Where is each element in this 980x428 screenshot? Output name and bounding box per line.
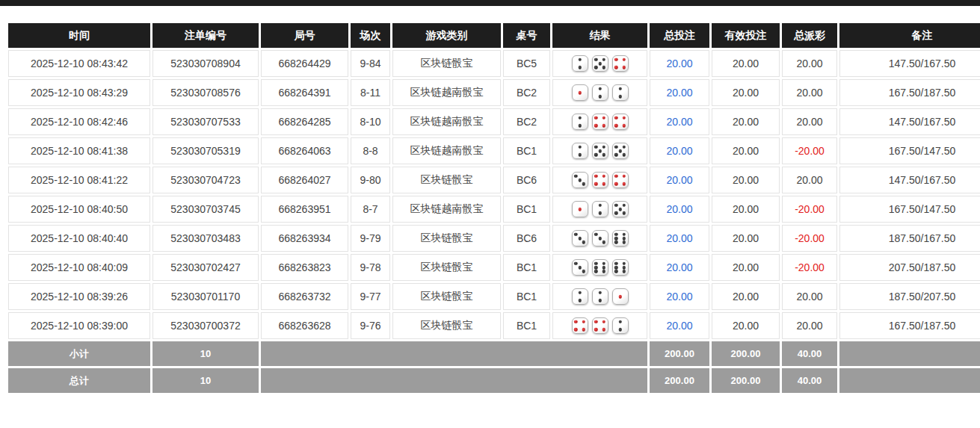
cell-total-bet-link[interactable]: 20.00 <box>650 283 709 310</box>
cell-payout: 20.00 <box>782 312 837 339</box>
cell-remark: 147.50/167.50 <box>839 167 980 193</box>
cell-result <box>552 196 647 223</box>
cell-table-no: BC1 <box>503 283 550 310</box>
cell-bet-id: 523030701170 <box>152 283 259 310</box>
summary-spacer <box>261 368 647 393</box>
cell-bet-id: 523030705319 <box>152 137 259 164</box>
cell-session: 8-7 <box>351 196 390 223</box>
die-icon-3 <box>572 259 588 276</box>
cell-valid-bet: 20.00 <box>712 50 780 77</box>
summary-payout: 40.00 <box>782 341 837 366</box>
cell-time: 2025-12-10 08:40:50 <box>8 196 150 223</box>
cell-total-bet-link[interactable]: 20.00 <box>650 225 709 252</box>
cell-time: 2025-12-10 08:41:38 <box>8 137 150 164</box>
die-icon-2 <box>612 84 629 101</box>
cell-result <box>552 312 647 339</box>
cell-total-bet-link[interactable]: 20.00 <box>650 167 709 193</box>
cell-session: 9-84 <box>351 50 390 77</box>
cell-total-bet-link[interactable]: 20.00 <box>650 312 709 339</box>
summary-row: 总计 10 200.00 200.00 40.00 <box>8 368 980 393</box>
cell-total-bet-link[interactable]: 20.00 <box>650 254 709 281</box>
die-icon-3 <box>592 230 608 246</box>
die-icon-2 <box>572 55 588 72</box>
cell-session: 8-8 <box>351 137 390 164</box>
summary-payout: 40.00 <box>782 368 837 393</box>
cell-round-id: 668263823 <box>261 254 348 281</box>
cell-bet-id: 523030700372 <box>152 312 259 339</box>
cell-valid-bet: 20.00 <box>712 196 780 223</box>
cell-round-id: 668263732 <box>261 283 348 310</box>
cell-time: 2025-12-10 08:40:09 <box>8 254 150 281</box>
die-icon-4 <box>592 317 608 334</box>
cell-table-no: BC1 <box>503 254 550 281</box>
cell-payout: -20.00 <box>782 137 837 164</box>
summary-valid-bet: 200.00 <box>712 368 780 393</box>
cell-time: 2025-12-10 08:39:26 <box>8 283 150 310</box>
summary-spacer <box>261 341 647 366</box>
cell-game: 区块链骰宝 <box>392 283 501 310</box>
cell-table-no: BC1 <box>503 137 550 164</box>
die-icon-5 <box>612 201 629 217</box>
cell-game: 区块链骰宝 <box>392 254 501 281</box>
summary-valid-bet: 200.00 <box>712 341 780 366</box>
cell-table-no: BC2 <box>503 79 550 106</box>
cell-bet-id: 523030707533 <box>152 108 259 135</box>
cell-valid-bet: 20.00 <box>712 254 780 281</box>
cell-payout: -20.00 <box>782 196 837 223</box>
summary-label: 总计 <box>8 368 150 393</box>
cell-total-bet-link[interactable]: 20.00 <box>650 50 709 77</box>
table-row: 2025-12-10 08:39:26 523030701170 6682637… <box>8 283 980 310</box>
table-row: 2025-12-10 08:41:38 523030705319 6682640… <box>8 137 980 164</box>
cell-round-id: 668264429 <box>261 50 348 77</box>
cell-result <box>552 50 647 77</box>
col-header-table-no: 桌号 <box>503 23 550 48</box>
cell-time: 2025-12-10 08:41:22 <box>8 167 150 193</box>
cell-total-bet-link[interactable]: 20.00 <box>650 137 709 164</box>
table-row: 2025-12-10 08:40:40 523030703483 6682639… <box>8 225 980 252</box>
die-icon-4 <box>592 172 608 188</box>
col-header-time: 时间 <box>8 23 150 48</box>
cell-total-bet-link[interactable]: 20.00 <box>650 79 709 106</box>
cell-payout: 20.00 <box>782 79 837 106</box>
cell-valid-bet: 20.00 <box>712 79 780 106</box>
header-row: 时间 注单编号 局号 场次 游戏类别 桌号 结果 总投注 有效投注 总派彩 备注 <box>8 23 980 48</box>
table-row: 2025-12-10 08:41:22 523030704723 6682640… <box>8 167 980 193</box>
cell-time: 2025-12-10 08:43:29 <box>8 79 150 106</box>
cell-session: 8-10 <box>351 108 390 135</box>
die-icon-6 <box>612 230 629 246</box>
cell-remark: 167.50/147.50 <box>839 196 980 223</box>
summary-row: 小计 10 200.00 200.00 40.00 <box>8 341 980 366</box>
col-header-round-id: 局号 <box>261 23 348 48</box>
col-header-payout: 总派彩 <box>782 23 837 48</box>
cell-remark: 167.50/187.50 <box>839 79 980 106</box>
cell-round-id: 668264391 <box>261 79 348 106</box>
col-header-total-bet: 总投注 <box>650 23 709 48</box>
cell-payout: 20.00 <box>782 283 837 310</box>
col-header-valid-bet: 有效投注 <box>712 23 780 48</box>
col-header-bet-id: 注单编号 <box>152 23 259 48</box>
cell-total-bet-link[interactable]: 20.00 <box>650 196 709 223</box>
cell-payout: -20.00 <box>782 225 837 252</box>
cell-total-bet-link[interactable]: 20.00 <box>650 108 709 135</box>
cell-payout: 20.00 <box>782 167 837 193</box>
die-icon-4 <box>612 114 629 130</box>
cell-round-id: 668264027 <box>261 167 348 193</box>
die-icon-2 <box>572 143 588 159</box>
cell-valid-bet: 20.00 <box>712 312 780 339</box>
die-icon-2 <box>592 201 608 217</box>
cell-session: 9-80 <box>351 167 390 193</box>
cell-valid-bet: 20.00 <box>712 137 780 164</box>
cell-round-id: 668263951 <box>261 196 348 223</box>
cell-remark: 167.50/187.50 <box>839 312 980 339</box>
cell-remark: 167.50/147.50 <box>839 137 980 164</box>
table-row: 2025-12-10 08:40:09 523030702427 6682638… <box>8 254 980 281</box>
cell-game: 区块链骰宝 <box>392 225 501 252</box>
cell-time: 2025-12-10 08:43:42 <box>8 50 150 77</box>
cell-payout: -20.00 <box>782 254 837 281</box>
cell-round-id: 668264285 <box>261 108 348 135</box>
cell-game: 区块链越南骰宝 <box>392 137 501 164</box>
die-icon-4 <box>572 317 588 334</box>
die-icon-2 <box>572 288 588 305</box>
summary-total-bet: 200.00 <box>650 368 709 393</box>
cell-result <box>552 254 647 281</box>
